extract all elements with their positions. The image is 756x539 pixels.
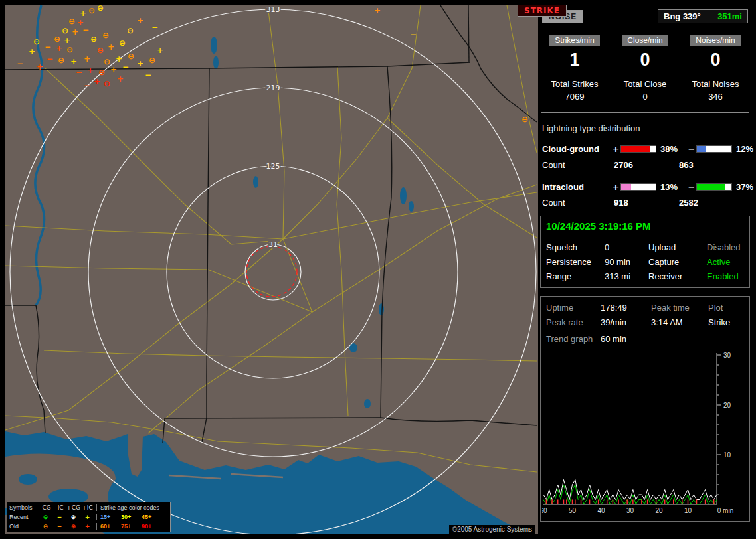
- peak-time-label: Peak time: [651, 303, 708, 313]
- cg-count-label: Count: [542, 160, 614, 170]
- noises-per-min-value: 0: [680, 50, 751, 72]
- ring-label-125: 125: [266, 162, 280, 171]
- trend-chart: 3020106050403020100 min: [542, 350, 747, 516]
- spacer: [541, 170, 749, 175]
- bearing-range: 351mi: [717, 11, 742, 21]
- svg-text:20: 20: [655, 507, 663, 514]
- cg-positive-bar: [620, 145, 656, 153]
- capture-label: Capture: [648, 257, 707, 267]
- trend-graph-label: Trend graph: [546, 334, 601, 344]
- legend-symbol: +: [80, 514, 94, 520]
- ring-label-313: 313: [266, 5, 280, 14]
- legend-symbol: −: [52, 514, 66, 520]
- svg-text:10: 10: [684, 507, 692, 514]
- peak-rate-value: 39/min: [601, 317, 651, 327]
- peak-time-value: 3:14 AM: [651, 317, 708, 327]
- legend-recent-row: Recent ⊖−⊕+ 15+30+45+: [9, 512, 168, 522]
- svg-text:60: 60: [542, 507, 547, 514]
- section-divider: [541, 112, 749, 113]
- ic-negative-pct: 37%: [733, 182, 756, 192]
- legend-age-row-1: 15+30+45+: [96, 514, 168, 520]
- legend-old-row: Old ⊖−⊕+ 60+75+90+: [9, 522, 168, 531]
- noises-per-min-label: Noises/min: [690, 35, 740, 46]
- legend-col-neg-ic: -IC: [52, 504, 66, 511]
- ic-positive-bar: [620, 183, 656, 191]
- strikes-rate-column: Strikes/min 1 Total Strikes 7069: [539, 35, 610, 102]
- uptime-label: Uptime: [546, 303, 601, 313]
- bearing-label: Bng 339°: [664, 11, 701, 21]
- ic-positive-pct: 13%: [658, 182, 687, 192]
- legend-age-code: 45+: [142, 514, 162, 520]
- intracloud-count-row: Count 918 2582: [541, 198, 749, 208]
- trend-graph-row: Trend graph 60 min: [541, 327, 749, 344]
- ic-positive-count: 918: [614, 198, 679, 208]
- receiver-value: Enabled: [707, 271, 744, 281]
- legend-symbol: ⊕: [66, 523, 80, 530]
- range-label: Range: [546, 271, 605, 281]
- close-per-min-value: 0: [610, 50, 680, 72]
- total-noises-value: 346: [680, 92, 751, 102]
- uptime-value: 178:49: [601, 303, 651, 313]
- squelch-label: Squelch: [546, 242, 605, 252]
- legend-age-code: 90+: [142, 523, 162, 530]
- legend-symbols-header: Symbols: [9, 504, 39, 511]
- rate-boxes: Strikes/min 1 Total Strikes 7069 Close/m…: [539, 35, 751, 102]
- minus-sign: −: [687, 144, 696, 154]
- total-close-label: Total Close: [610, 79, 680, 89]
- cloud-ground-label: Cloud-ground: [542, 144, 611, 154]
- distribution-section: Lightning type distribution Cloud-ground…: [541, 122, 749, 208]
- legend-age-code: 60+: [100, 523, 121, 530]
- svg-text:20: 20: [723, 402, 731, 409]
- plot-value: Strike: [708, 317, 744, 327]
- map-legend: Symbols -CG -IC +CG +IC Strike age color…: [7, 502, 171, 532]
- receiver-label: Receiver: [648, 271, 707, 281]
- svg-text:50: 50: [569, 507, 577, 514]
- svg-text:40: 40: [597, 507, 605, 514]
- strike-indicator-button[interactable]: STRIKE: [518, 5, 567, 17]
- legend-symbol: ⊕: [66, 514, 80, 520]
- minus-sign: −: [687, 182, 696, 192]
- legend-col-neg-cg: -CG: [39, 504, 52, 511]
- intracloud-row: Intracloud + 13% − 37%: [541, 182, 749, 192]
- plot-label: Plot: [708, 303, 744, 313]
- svg-text:0 min: 0 min: [717, 507, 733, 514]
- distribution-title: Lightning type distribution: [541, 122, 749, 137]
- cg-positive-count: 2706: [614, 160, 679, 170]
- svg-text:30: 30: [626, 507, 634, 514]
- map-panel: 313 219 125 31 +⊖⊖⊖+⊖+−⊖+⊖⊖−+⊖⊖+⊖+⊖−⊖++⊖…: [5, 5, 538, 534]
- ring-label-219: 219: [266, 84, 280, 92]
- peak-rate-label: Peak rate: [546, 317, 601, 327]
- close-rate-column: Close/min 0 Total Close 0: [610, 35, 680, 102]
- legend-old-symbols: ⊖−⊕+: [39, 523, 94, 530]
- map-svg: 313 219 125 31: [5, 5, 538, 534]
- legend-recent-symbols: ⊖−⊕+: [39, 514, 94, 520]
- ic-count-label: Count: [542, 198, 614, 208]
- total-strikes-label: Total Strikes: [539, 79, 610, 89]
- plus-sign: +: [611, 182, 620, 192]
- total-strikes-value: 7069: [539, 92, 610, 102]
- app-window: 313 219 125 31 +⊖⊖⊖+⊖+−⊖+⊖⊖−+⊖⊖+⊖+⊖−⊖++⊖…: [0, 0, 756, 539]
- stats-trend-panel: Uptime 178:49 Peak time Plot Peak rate 3…: [540, 296, 750, 522]
- status-panel: 10/24/2025 3:19:16 PM Squelch 0 Upload D…: [540, 216, 750, 288]
- intracloud-label: Intracloud: [542, 182, 611, 192]
- legend-col-pos-ic: +IC: [80, 504, 94, 511]
- cloud-ground-count-row: Count 2706 863: [541, 160, 749, 170]
- legend-header-row: Symbols -CG -IC +CG +IC Strike age color…: [9, 503, 168, 512]
- trend-graph-value: 60 min: [601, 334, 744, 344]
- upload-label: Upload: [648, 242, 707, 252]
- svg-text:10: 10: [723, 451, 731, 459]
- squelch-value: 0: [605, 242, 648, 252]
- range-value: 313 mi: [605, 271, 648, 281]
- noises-rate-column: Noises/min 0 Total Noises 346: [680, 35, 751, 102]
- strikes-per-min-value: 1: [539, 50, 610, 72]
- datetime-display: 10/24/2025 3:19:16 PM: [541, 216, 749, 236]
- capture-value: Active: [707, 257, 744, 267]
- cg-positive-pct: 38%: [658, 144, 687, 154]
- legend-age-code: 15+: [100, 514, 121, 520]
- total-close-value: 0: [610, 92, 680, 102]
- legend-recent-label: Recent: [9, 514, 39, 520]
- strikes-per-min-label: Strikes/min: [549, 35, 599, 46]
- ic-negative-bar: [696, 183, 732, 191]
- indicator-bar: STRIKE NOISE Bng 339° 351mi: [542, 9, 748, 23]
- ic-negative-count: 2582: [679, 198, 748, 208]
